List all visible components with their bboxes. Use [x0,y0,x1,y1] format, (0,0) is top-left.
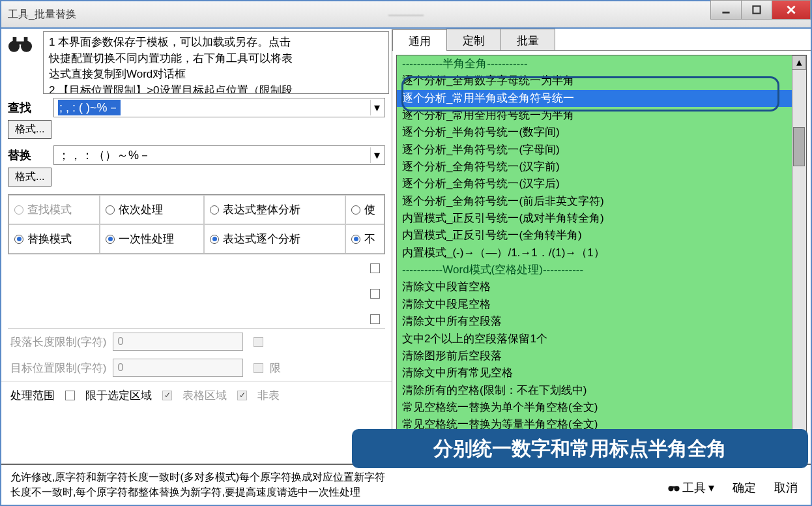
list-item[interactable]: 逐个分析_半角符号统一(数字间) [397,124,806,141]
list-item[interactable]: 逐个分析_全角数字字母统一为半角 [397,72,806,89]
description-box[interactable]: 1 本界面参数保存于模板，可以加载或另存。点击 快捷配置切换不同内置功能，右下角… [43,31,389,94]
scope-label: 处理范围 [10,388,55,403]
list-item[interactable]: 清除文中所有空段落 [397,313,806,330]
scroll-up-icon[interactable]: ▴ [792,55,806,70]
svg-rect-8 [16,42,23,45]
cancel-button[interactable]: 取消 [774,480,798,496]
desc-line: 2 【目标位置限制】>0设置目标起点位置（限制段 [49,83,383,94]
list-item[interactable]: 内置模式_正反引号统一(全角转半角) [397,227,806,244]
masked-center: ——— [388,8,424,22]
svg-rect-6 [13,37,17,44]
left-pane: 1 本界面参数保存于模板，可以加载或另存。点击 快捷配置切换不同内置功能，右下角… [1,29,392,464]
paragraph-limit-spinner[interactable]: 0 [113,333,243,351]
list-item[interactable]: 内置模式_(-)→（—）/1.→1．/(1)→（1） [397,245,806,261]
list-item[interactable]: 逐个分析_常用半角或全角符号统一 [397,90,806,107]
tools-button[interactable]: 工具▾ [668,480,714,496]
dropdown-icon[interactable]: ▾ [370,147,383,163]
replace-format-button[interactable]: 格式... [8,168,51,186]
tabs: 通用 定制 批量 [392,29,811,51]
minimize-button[interactable] [710,0,742,20]
tab-general[interactable]: 通用 [392,29,447,51]
list-item[interactable]: 逐个分析_全角符号统一(汉字后) [397,175,806,192]
chk-b[interactable] [370,289,380,299]
svg-rect-11 [672,486,675,488]
target-limit-label: 目标位置限制(字符) [10,361,106,376]
footer: 允许修改,原字符和新字符长度一致时(多对多模式)每个原字符换成对应位置新字符 长… [1,464,811,505]
scope-nontable-chk [237,391,247,400]
target-limit-row: 目标位置限制(字符) 0 限 [1,355,392,381]
replace-label: 替换 [8,147,47,163]
mode-r2c4[interactable]: 不 [345,224,384,254]
preset-listbox[interactable]: -----------半角全角-----------逐个分析_全角数字字母统一为… [396,55,807,460]
scope-table-chk [162,391,172,400]
maximize-button[interactable] [741,0,772,20]
list-item[interactable]: 清除文中段尾空格 [397,296,806,313]
annotation-banner: 分别统一数字和常用标点半角全角 [352,429,808,468]
binoculars-icon [668,483,680,492]
scope-row: 处理范围 限于选定区域 表格区域 非表 [1,381,392,409]
list-item[interactable]: 清除文中段首空格 [397,278,806,295]
window-buttons [711,0,811,20]
scope-table-label: 表格区域 [182,388,227,403]
tab-custom[interactable]: 定制 [446,29,501,50]
svg-rect-7 [24,37,28,44]
find-combo[interactable]: ; , : ( )~%－ ▾ [53,98,385,117]
paragraph-limit-chk [254,337,263,347]
window-title: 工具_批量替换 [8,8,76,22]
chk-c[interactable] [370,314,380,324]
replace-value: ；，：（）～%－ [58,147,151,163]
dropdown-icon[interactable]: ▾ [370,100,383,115]
scope-nontable-label: 非表 [257,388,280,403]
list-item[interactable]: 清除图形前后空段落 [397,348,806,365]
tab-batch[interactable]: 批量 [500,29,555,50]
mode-whole-expr[interactable]: 表达式整体分析 [204,195,345,224]
mode-find: 查找模式 [8,195,100,224]
list-item[interactable]: 逐个分析_半角符号统一(字母间) [397,141,806,158]
find-label: 查找 [8,100,47,115]
target-limit-spinner[interactable]: 0 [113,359,243,377]
list-item[interactable]: 常见空格统一替换为单个半角空格(全文) [397,399,806,416]
scope-selected-chk[interactable] [65,391,75,400]
find-format-button[interactable]: 格式... [8,120,51,139]
close-button[interactable] [772,0,811,20]
svg-rect-1 [753,6,760,13]
list-item[interactable]: -----------半角全角----------- [397,55,806,72]
mode-once[interactable]: 一次性处理 [100,224,204,254]
scope-selected-label: 限于选定区域 [85,388,152,403]
desc-line: 1 本界面参数保存于模板，可以加载或另存。点击 [49,35,383,51]
paragraph-limit-label: 段落长度限制(字符) [10,335,106,350]
scroll-thumb[interactable] [793,127,805,166]
list-item[interactable]: 文中2个以上的空段落保留1个 [397,331,806,348]
desc-line: 快捷配置切换不同内置功能，右下角工具可以将表 [49,51,383,67]
list-item[interactable]: 清除所有的空格(限制：不在下划线中) [397,382,806,399]
find-value: ; , : ( )~%－ [58,100,121,115]
mode-each-expr[interactable]: 表达式逐个分析 [204,224,345,254]
chk-a[interactable] [370,263,380,273]
mode-replace[interactable]: 替换模式 [8,224,100,254]
scrollbar[interactable]: ▴ ▾ [792,55,806,459]
ok-button[interactable]: 确定 [732,480,756,496]
list-item[interactable]: 逐个分析_常用全用符号统一为半角 [397,107,806,124]
mode-r1c4[interactable]: 使 [345,195,384,224]
replace-combo[interactable]: ；，：（）～%－ ▾ [53,145,385,165]
titlebar: 工具_批量替换 ——— [0,0,812,27]
desc-line: 达式直接复制到Word对话框 [49,67,383,83]
list-item[interactable]: 逐个分析_全角符号统一(汉字前) [397,158,806,175]
binoculars-icon [4,31,36,94]
mode-grid: 查找模式 依次处理 表达式整体分析 使 替换模式 一次性处理 表达式逐个分析 不 [8,194,385,254]
chevron-down-icon: ▾ [708,481,714,495]
list-item[interactable]: 清除文中所有常见空格 [397,365,806,381]
right-pane: 通用 定制 批量 -----------半角全角-----------逐个分析_… [392,29,811,464]
mode-sequential[interactable]: 依次处理 [100,195,204,224]
paragraph-limit-row: 段落长度限制(字符) 0 [1,329,392,355]
target-limit-tail: 限 [270,361,281,376]
checkbox-strip [1,263,392,324]
list-item[interactable]: -----------Word模式(空格处理)----------- [397,261,806,278]
target-limit-chk [254,363,263,373]
list-item[interactable]: 内置模式_正反引号统一(成对半角转全角) [397,210,806,227]
list-item[interactable]: 逐个分析_全角符号统一(前后非英文字符) [397,193,806,210]
